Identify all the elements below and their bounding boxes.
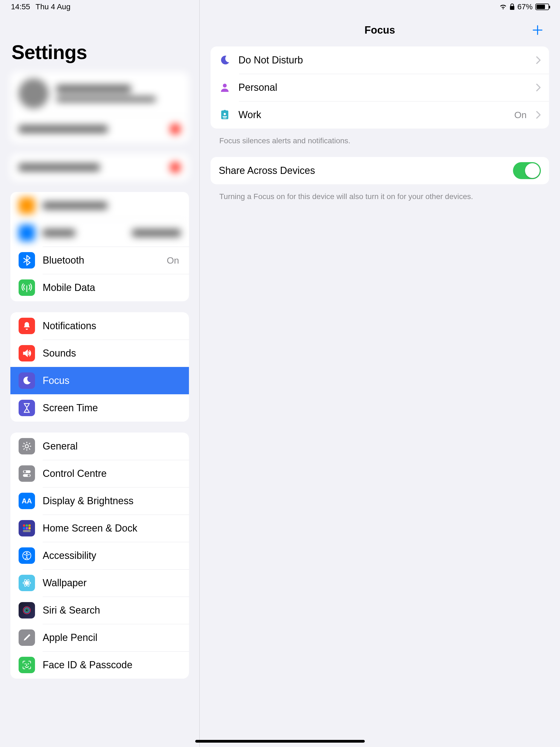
sidebar-item-notifications[interactable]: Notifications — [10, 312, 189, 340]
chevron-right-icon — [536, 56, 541, 64]
siri-icon — [19, 602, 35, 618]
add-focus-button[interactable] — [532, 24, 543, 36]
focus-group: Notifications Sounds Focus — [10, 312, 189, 422]
focus-label: Personal — [238, 82, 528, 93]
svg-rect-7 — [26, 524, 28, 526]
settings-sidebar: Settings — [0, 0, 200, 747]
general-group: General Control Centre AA Display & Brig… — [10, 433, 189, 679]
svg-point-14 — [26, 552, 28, 554]
focus-footer-text: Focus silences alerts and notifications. — [210, 131, 549, 157]
chevron-right-icon — [536, 83, 541, 92]
sidebar-item-apple-pencil[interactable]: Apple Pencil — [10, 624, 189, 651]
chevron-right-icon — [536, 111, 541, 119]
sidebar-label: Focus — [43, 375, 181, 386]
pencil-icon — [19, 629, 35, 646]
sidebar-label: Accessibility — [43, 550, 181, 561]
gear-icon — [19, 438, 35, 455]
svg-point-20 — [24, 608, 29, 613]
page-title: Focus — [364, 24, 395, 36]
badge-icon — [219, 109, 231, 121]
moon-icon — [19, 372, 35, 389]
profile-group-blurred — [10, 72, 189, 143]
sidebar-item-accessibility[interactable]: Accessibility — [10, 542, 189, 569]
sidebar-label: Apple Pencil — [43, 632, 181, 643]
sidebar-label: Notifications — [43, 320, 181, 332]
svg-rect-6 — [23, 524, 25, 526]
focus-item-work[interactable]: Work On — [210, 101, 549, 129]
sidebar-label: Home Screen & Dock — [43, 522, 181, 534]
svg-point-21 — [25, 609, 28, 612]
antenna-icon — [19, 279, 35, 296]
sidebar-label: Screen Time — [43, 402, 181, 414]
sidebar-item-mobile-data[interactable]: Mobile Data — [10, 274, 189, 301]
svg-point-5 — [28, 474, 30, 476]
bell-icon — [19, 318, 35, 334]
flower-icon — [19, 575, 35, 591]
person-icon — [219, 81, 231, 94]
sidebar-value: On — [167, 255, 179, 266]
focus-label: Do Not Disturb — [238, 54, 528, 66]
speaker-icon — [19, 345, 35, 361]
svg-point-4 — [24, 470, 26, 473]
settings-title: Settings — [11, 41, 189, 63]
svg-rect-8 — [28, 524, 31, 526]
moon-icon — [219, 54, 231, 66]
toggles-icon — [19, 465, 35, 482]
home-indicator[interactable] — [195, 740, 365, 743]
focus-label: Work — [238, 109, 507, 121]
sidebar-item-control-centre[interactable]: Control Centre — [10, 460, 189, 487]
svg-rect-9 — [23, 527, 25, 530]
sidebar-label: Display & Brightness — [43, 495, 181, 507]
focus-modes-group: Do Not Disturb Personal — [210, 47, 549, 129]
grid-icon — [19, 520, 35, 537]
svg-point-22 — [25, 663, 26, 664]
svg-point-1 — [25, 445, 28, 448]
sidebar-item-screen-time[interactable]: Screen Time — [10, 394, 189, 422]
sidebar-item-focus[interactable]: Focus — [10, 367, 189, 394]
sidebar-item-wallpaper[interactable]: Wallpaper — [10, 569, 189, 597]
sidebar-label: Bluetooth — [43, 255, 159, 266]
sidebar-label: Control Centre — [43, 468, 181, 479]
sidebar-item-sounds[interactable]: Sounds — [10, 340, 189, 367]
svg-rect-29 — [223, 118, 226, 119]
share-across-devices-row[interactable]: Share Across Devices — [210, 157, 549, 184]
sidebar-label: Sounds — [43, 347, 181, 359]
main-header: Focus — [200, 14, 560, 47]
sidebar-item-siri[interactable]: Siri & Search — [10, 597, 189, 624]
sidebar-label: General — [43, 440, 181, 452]
sidebar-item-wifi-blurred — [10, 219, 189, 247]
text-size-icon: AA — [19, 493, 35, 509]
sidebar-label: Siri & Search — [43, 604, 181, 616]
blurred-group-2 — [10, 154, 189, 181]
svg-rect-28 — [223, 116, 227, 117]
svg-point-27 — [224, 113, 226, 115]
svg-point-24 — [223, 84, 227, 87]
hourglass-icon — [19, 400, 35, 416]
svg-point-15 — [26, 582, 28, 584]
svg-rect-26 — [224, 110, 226, 111]
sidebar-item-display[interactable]: AA Display & Brightness — [10, 487, 189, 515]
sidebar-item-faceid[interactable]: Face ID & Passcode — [10, 651, 189, 679]
share-footer-text: Turning a Focus on for this device will … — [210, 187, 549, 213]
share-toggle[interactable] — [513, 162, 541, 179]
sidebar-label: Mobile Data — [43, 282, 181, 293]
focus-detail-pane: Focus Do Not Disturb — [200, 0, 560, 747]
focus-value: On — [514, 110, 527, 120]
accessibility-icon — [19, 547, 35, 564]
bluetooth-icon — [19, 252, 35, 268]
share-label: Share Across Devices — [219, 165, 505, 176]
sidebar-label: Wallpaper — [43, 577, 181, 589]
svg-point-23 — [28, 663, 29, 664]
sidebar-item-general[interactable]: General — [10, 433, 189, 460]
focus-item-dnd[interactable]: Do Not Disturb — [210, 47, 549, 74]
share-group: Share Across Devices — [210, 157, 549, 184]
svg-rect-10 — [26, 527, 28, 530]
svg-rect-12 — [23, 530, 31, 532]
sidebar-item-home-screen[interactable]: Home Screen & Dock — [10, 515, 189, 542]
focus-item-personal[interactable]: Personal — [210, 74, 549, 101]
faceid-icon — [19, 657, 35, 673]
sidebar-item-bluetooth[interactable]: Bluetooth On — [10, 247, 189, 274]
svg-rect-11 — [28, 527, 31, 530]
sidebar-item-airplane-blurred — [10, 192, 189, 219]
connectivity-group: Bluetooth On Mobile Data — [10, 192, 189, 301]
